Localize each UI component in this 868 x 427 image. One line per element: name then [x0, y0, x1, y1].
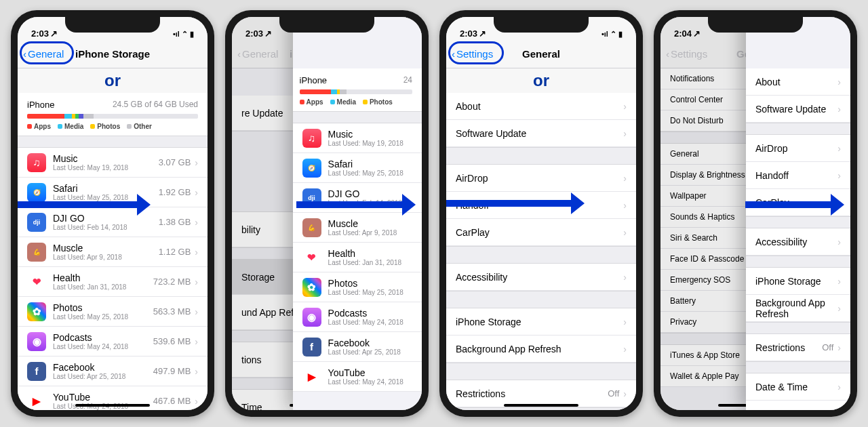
- chevron-right-icon: ›: [837, 197, 841, 208]
- chevron-right-icon: ›: [837, 342, 841, 353]
- chevron-right-icon: ›: [195, 336, 198, 347]
- row-accessibility[interactable]: Accessibility›: [746, 228, 850, 256]
- app-last-used: Last Used: May 25, 2018: [328, 169, 412, 177]
- chevron-left-icon: ‹: [452, 48, 455, 60]
- chevron-right-icon: ›: [623, 317, 627, 327]
- row-label: Wallpaper: [670, 191, 707, 201]
- row-label: About: [456, 101, 481, 112]
- app-row-podcasts[interactable]: ◉ Podcasts Last Used: May 24, 2018: [293, 302, 422, 332]
- app-row-music[interactable]: ♫ Music Last Used: May 19, 2018: [293, 123, 422, 153]
- row-label: AirDrop: [755, 143, 787, 154]
- row-carplay[interactable]: CarPlay›: [746, 189, 850, 216]
- row-iphone-storage[interactable]: iPhone Storage›: [746, 268, 850, 295]
- app-icon: f: [302, 338, 321, 357]
- app-row-youtube[interactable]: ▶ YouTube Last Used: May 24, 2018: [293, 362, 422, 392]
- chevron-right-icon: ›: [195, 396, 198, 407]
- row-label: Wallet & Apple Pay: [670, 371, 739, 381]
- chevron-right-icon: ›: [195, 306, 198, 317]
- app-row-safari[interactable]: 🧭 Safari Last Used: May 25, 2018: [293, 153, 422, 183]
- chevron-right-icon: ›: [623, 344, 627, 354]
- row-airdrop[interactable]: AirDrop›: [446, 165, 636, 192]
- row-about[interactable]: About›: [446, 93, 636, 120]
- row-airdrop[interactable]: AirDrop›: [746, 135, 850, 162]
- row-restrictions[interactable]: RestrictionsOff›: [746, 334, 850, 361]
- back-button-settings[interactable]: ‹Settings: [452, 48, 493, 60]
- app-row-muscle[interactable]: 💪 Muscle Last Used: Apr 9, 2018 1.12 GB›: [18, 237, 208, 267]
- app-row-podcasts[interactable]: ◉ Podcasts Last Used: May 24, 2018 539.6…: [18, 327, 208, 357]
- app-last-used: Last Used: Apr 9, 2018: [53, 253, 159, 261]
- app-size: 467.6 MB: [153, 396, 191, 406]
- app-last-used: Last Used: May 24, 2018: [53, 343, 153, 350]
- back-button[interactable]: ‹ General: [23, 48, 64, 60]
- app-icon: dji: [302, 188, 321, 207]
- home-indicator: [75, 404, 150, 407]
- app-row-facebook[interactable]: f Facebook Last Used: Apr 25, 2018 497.9…: [18, 357, 208, 386]
- row-background-app-refresh[interactable]: Background App Refresh›: [746, 295, 850, 322]
- chevron-left-icon: ‹: [23, 48, 26, 60]
- device-name: iPhone: [27, 100, 54, 110]
- app-size: 497.9 MB: [153, 366, 191, 376]
- row-iphone-storage[interactable]: iPhone Storage›: [446, 308, 636, 336]
- row-software-update[interactable]: Software Update›: [746, 96, 850, 123]
- row-label: General: [670, 149, 699, 159]
- app-name: DJI GO: [53, 213, 159, 224]
- app-icon: ♫: [27, 153, 46, 172]
- row-label: Background App Refresh: [456, 344, 561, 354]
- app-row-music[interactable]: ♫ Music Last Used: May 19, 2018 3.07 GB›: [18, 148, 208, 178]
- row-handoff[interactable]: Handoff›: [746, 162, 850, 189]
- app-row-muscle[interactable]: 💪 Muscle Last Used: Apr 9, 2018: [293, 213, 422, 243]
- row-keyboard[interactable]: Keyboard›: [746, 401, 850, 410]
- app-row-facebook[interactable]: f Facebook Last Used: Apr 25, 2018: [293, 332, 422, 362]
- row-software-update[interactable]: Software Update›: [446, 120, 636, 147]
- app-name: Safari: [53, 183, 159, 194]
- app-last-used: Last Used: May 19, 2018: [328, 140, 412, 147]
- row-label: Control Center: [670, 95, 723, 104]
- back-button[interactable]: ‹General: [237, 48, 278, 60]
- app-size: 1.92 GB: [159, 187, 191, 197]
- status-time: 2:03: [31, 28, 49, 39]
- restrictions-value: Off: [822, 342, 833, 352]
- row-label: Notifications: [670, 74, 714, 83]
- app-row-health[interactable]: ❤ Health Last Used: Jan 31, 2018: [293, 243, 422, 272]
- app-row-dji-go[interactable]: dji DJI GO Last Used: Feb 14, 2018 1.38 …: [18, 207, 208, 237]
- row-label: Privacy: [670, 317, 696, 327]
- row-restrictions[interactable]: RestrictionsOff›: [446, 380, 636, 407]
- row-label: Emergency SOS: [670, 275, 730, 285]
- app-name: Podcasts: [328, 308, 412, 319]
- nav-bar: ‹ General iPhone Storage: [18, 40, 208, 68]
- app-row-safari[interactable]: 🧭 Safari Last Used: May 25, 2018 1.92 GB…: [18, 178, 208, 207]
- row-label: Date & Time: [755, 382, 808, 392]
- chevron-right-icon: ›: [837, 143, 841, 154]
- app-last-used: Last Used: Jan 31, 2018: [328, 259, 412, 266]
- row-label: Keyboard: [755, 409, 796, 411]
- app-name: Safari: [328, 159, 412, 169]
- row-label: iPhone Storage: [456, 317, 521, 327]
- app-name: Muscle: [53, 243, 159, 253]
- app-icon: ▶: [302, 367, 321, 386]
- row-date-time[interactable]: Date & Time›: [746, 373, 850, 401]
- app-name: Facebook: [53, 362, 153, 373]
- app-row-photos[interactable]: ✿ Photos Last Used: May 25, 2018: [293, 272, 422, 302]
- row-label: CarPlay: [456, 227, 490, 238]
- storage-summary: iPhone 24.5 GB of 64 GB Used Apps Media …: [18, 93, 208, 136]
- app-row-dji-go[interactable]: dji DJI GO Last Used: Feb 14, 2018: [293, 183, 422, 213]
- row-background-app-refresh[interactable]: Background App Refresh›: [446, 336, 636, 363]
- row-about[interactable]: About›: [746, 68, 850, 96]
- notch: [65, 17, 160, 33]
- app-last-used: Last Used: May 24, 2018: [328, 319, 412, 326]
- chevron-right-icon: ›: [837, 382, 841, 392]
- overlay-general: About›Software Update›AirDrop›Handoff›Ca…: [746, 17, 850, 410]
- storage-legend: Apps Media Photos Other: [27, 123, 198, 130]
- row-handoff[interactable]: Handoff›: [446, 192, 636, 219]
- location-icon: ↗: [50, 28, 58, 39]
- app-size: 1.12 GB: [159, 247, 191, 257]
- row-label: Display & Brightness: [670, 170, 745, 180]
- row-carplay[interactable]: CarPlay›: [446, 219, 636, 246]
- row-label: Face ID & Passcode: [670, 254, 744, 264]
- app-row-health[interactable]: ❤ Health Last Used: Jan 31, 2018 723.2 M…: [18, 267, 208, 297]
- row-accessibility[interactable]: Accessibility›: [446, 264, 636, 291]
- app-row-photos[interactable]: ✿ Photos Last Used: May 25, 2018 563.3 M…: [18, 297, 208, 327]
- app-name: DJI GO: [328, 188, 412, 199]
- row-label: Handoff: [456, 200, 489, 211]
- phone-1-storage: 2:03↗ •ıl ⌃ ▮ ‹ General iPhone Storage o…: [11, 10, 214, 417]
